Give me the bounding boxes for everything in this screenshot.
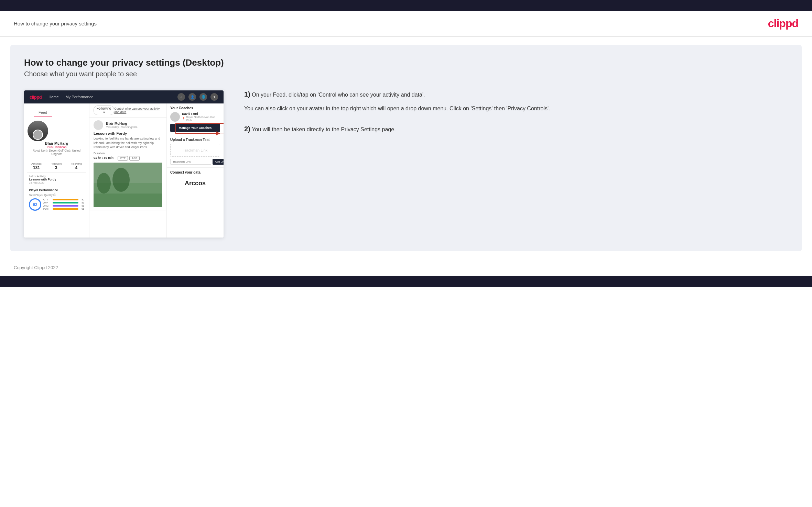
location-icon: 📍 [182, 117, 185, 120]
step1-main-text: On your Feed, click/tap on 'Control who … [252, 92, 425, 98]
connect-title: Connect your data [170, 170, 220, 174]
player-performance: Player Performance Total Player Quality … [24, 186, 89, 213]
step1-text: 1) On your Feed, click/tap on 'Control w… [244, 90, 788, 99]
trackman-placeholder-text: Trackman Link [173, 148, 217, 152]
post-user-row: Blair McHarg Yesterday · Sunningdale [94, 120, 162, 130]
post-image [94, 163, 162, 207]
post-user-meta: Yesterday · Sunningdale [106, 125, 138, 129]
post-avatar [94, 120, 103, 130]
latest-activity-name: Lesson with Fordy [29, 178, 84, 181]
post-desc: Looking to feel like my hands are exitin… [94, 136, 162, 150]
instruction-step1: 1) On your Feed, click/tap on 'Control w… [244, 90, 788, 113]
coaches-section: Your Coaches David Ford 📍 Royal North De… [167, 103, 224, 135]
latest-activity: Latest Activity Lesson with Fordy 03 Aug… [24, 173, 89, 186]
nav-icons: ⌕ 👤 🌐 ▾ [177, 93, 218, 101]
search-icon[interactable]: ⌕ [177, 93, 185, 101]
control-privacy-link[interactable]: Control who can see your activity and da… [114, 107, 162, 114]
person-icon[interactable]: 👤 [188, 93, 196, 101]
qbar-putt: PUTT 96 [43, 208, 84, 210]
profile-club: Royal North Devon Golf Club, United King… [28, 149, 86, 156]
profile-avatar [28, 121, 48, 141]
profile-card: Blair McHarg Plus Handicap Royal North D… [24, 117, 89, 160]
footer: Copyright Clippd 2022 [0, 260, 812, 276]
post-user-name: Blair McHarg [106, 122, 138, 125]
quality-row: 92 OTT 90 APP 85 [29, 198, 84, 211]
coach-club-row: 📍 Royal North Devon Golf Club [182, 115, 220, 122]
main-content: How to change your privacy settings (Des… [10, 45, 802, 251]
logo: clippd [768, 17, 798, 30]
feed-header: Following ▾ Control who can see your act… [89, 103, 166, 118]
app-right-panel: Your Coaches David Ford 📍 Royal North De… [167, 103, 224, 238]
stat-activities-value: 131 [31, 165, 42, 170]
tag-app: APP [129, 156, 140, 161]
nav-my-performance[interactable]: My Performance [66, 95, 94, 99]
page-heading: How to change your privacy settings (Des… [24, 57, 788, 68]
coach-avatar [170, 112, 180, 122]
connect-section: Connect your data Arccos [167, 168, 224, 193]
stat-activities: Activities 131 [31, 162, 42, 170]
trackman-title: Upload a Trackman Test [170, 138, 220, 142]
feed-tab[interactable]: Feed [34, 108, 52, 117]
step2-number: 2) [244, 125, 250, 133]
globe-icon[interactable]: 🌐 [199, 93, 207, 101]
quality-bars: OTT 90 APP 85 ARG [43, 198, 84, 211]
coach-club: Royal North Devon Golf Club [186, 115, 220, 122]
quality-label: Total Player Quality ⓘ [29, 193, 84, 197]
following-button[interactable]: Following ▾ [94, 106, 114, 115]
step2-text: 2) You will then be taken directly to th… [244, 125, 788, 134]
copyright-text: Copyright Clippd 2022 [14, 265, 58, 270]
profile-handicap: Plus Handicap [28, 145, 86, 149]
content-layout: clippd Home My Performance ⌕ 👤 🌐 ▾ Feed [24, 90, 788, 238]
arccos-brand: Arccos [170, 176, 220, 190]
instruction-step2: 2) You will then be taken directly to th… [244, 125, 788, 134]
step2-main-text: You will then be taken directly to the P… [252, 126, 396, 132]
header: How to change your privacy settings clip… [0, 11, 812, 37]
manage-coaches-button[interactable]: Manage Your Coaches [170, 124, 220, 132]
trackman-placeholder-box: Trackman Link [170, 144, 220, 157]
svg-point-3 [97, 173, 111, 194]
stat-followers-value: 3 [51, 165, 62, 170]
stat-following: Following 4 [71, 162, 82, 170]
nav-home[interactable]: Home [48, 95, 58, 99]
trackman-link-input[interactable] [170, 159, 211, 165]
post-duration-value: 01 hr : 30 min [94, 156, 113, 161]
trackman-input-row: Add Link [170, 159, 220, 165]
qbar-arg: ARG 86 [43, 205, 84, 207]
app-feed: Following ▾ Control who can see your act… [89, 103, 167, 238]
step1-number: 1) [244, 90, 250, 98]
coaches-section-wrapper: Your Coaches David Ford 📍 Royal North De… [167, 103, 224, 135]
step1-sub-text: You can also click on your avatar in the… [244, 104, 788, 113]
coach-row: David Ford 📍 Royal North Devon Golf Club [170, 112, 220, 122]
player-perf-title: Player Performance [29, 188, 84, 192]
post-tags: 01 hr : 30 min OTT APP [94, 156, 162, 161]
app-screenshot: clippd Home My Performance ⌕ 👤 🌐 ▾ Feed [24, 90, 224, 238]
header-title: How to change your privacy settings [14, 21, 97, 26]
stat-following-label: Following [71, 162, 82, 165]
app-sidebar: Feed Blair McHarg Plus Handicap Royal No… [24, 103, 89, 238]
latest-activity-label: Latest Activity [29, 175, 84, 178]
stat-followers-label: Followers [51, 162, 62, 165]
bottom-bar [0, 276, 812, 287]
instructions-panel: 1) On your Feed, click/tap on 'Control w… [237, 90, 788, 146]
add-link-button[interactable]: Add Link [213, 159, 224, 165]
latest-activity-date: 03 Aug 2022 [29, 181, 84, 184]
qbar-app: APP 85 [43, 201, 84, 204]
post-duration-label: Duration [94, 152, 162, 155]
svg-point-4 [112, 168, 130, 192]
feed-post: Blair McHarg Yesterday · Sunningdale Les… [89, 118, 166, 210]
profile-stats: Activities 131 Followers 3 Following 4 [27, 160, 86, 173]
page-subheading: Choose what you want people to see [24, 70, 788, 78]
coach-name: David Ford [182, 112, 220, 115]
quality-score: 92 [29, 198, 41, 211]
trackman-section: Upload a Trackman Test Trackman Link Add… [167, 135, 224, 168]
post-title: Lesson with Fordy [94, 131, 162, 135]
app-body: Feed Blair McHarg Plus Handicap Royal No… [24, 103, 224, 238]
avatar-icon[interactable]: ▾ [210, 93, 218, 101]
coaches-title: Your Coaches [170, 106, 220, 110]
tag-ott: OTT [118, 156, 128, 161]
stat-following-value: 4 [71, 165, 82, 170]
app-nav: clippd Home My Performance ⌕ 👤 🌐 ▾ [24, 90, 224, 103]
app-nav-logo: clippd [30, 95, 42, 100]
post-image-svg [94, 163, 162, 207]
profile-name: Blair McHarg [28, 141, 86, 145]
